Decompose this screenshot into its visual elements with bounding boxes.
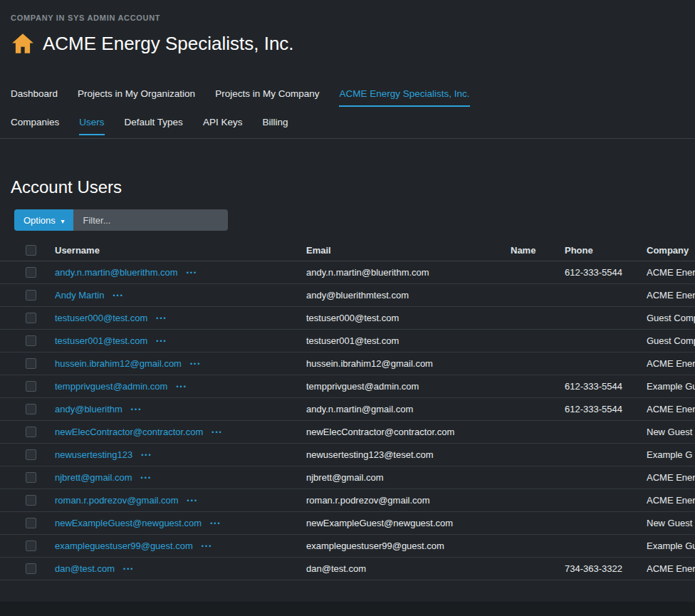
nav-item-billing[interactable]: Billing [262, 117, 288, 135]
row-actions-menu-icon[interactable]: ••• [123, 565, 134, 573]
row-actions-menu-icon[interactable]: ••• [210, 520, 221, 527]
email-cell: njbrett@gmail.com [306, 472, 511, 483]
row-actions-menu-icon[interactable]: ••• [190, 360, 201, 367]
username-link[interactable]: hussein.ibrahim12@gmail.com [55, 358, 182, 369]
table-row: andy@bluerithm ••• andy.n.martin@gmail.c… [0, 398, 695, 421]
account-context-label: COMPANY IN SYS ADMIN ACCOUNT [11, 14, 684, 22]
row-actions-menu-icon[interactable]: ••• [211, 429, 222, 436]
row-actions-menu-icon[interactable]: ••• [187, 497, 198, 504]
nav-item-api-keys[interactable]: API Keys [203, 117, 243, 135]
nav-item-users[interactable]: Users [79, 117, 104, 135]
company-cell: ACME Ener [647, 472, 695, 483]
row-checkbox[interactable] [26, 449, 36, 460]
table-row: newElecContractor@contractor.com ••• new… [0, 421, 695, 444]
nav-item-label: API Keys [203, 117, 243, 127]
table-row: andy.n.martin@bluerithm.com ••• andy.n.m… [0, 261, 695, 284]
row-actions-menu-icon[interactable]: ••• [141, 474, 152, 481]
username-link[interactable]: newElecContractor@contractor.com [55, 427, 203, 437]
email-cell: exampleguestuser99@guest.com [306, 541, 511, 551]
row-actions-menu-icon[interactable]: ••• [156, 315, 167, 322]
table-toolbar: Options ▾ [14, 209, 228, 231]
username-link[interactable]: andy@bluerithm [55, 404, 122, 414]
column-header-company: Company [647, 245, 695, 256]
username-link[interactable]: testuser001@test.com [55, 335, 147, 346]
username-link[interactable]: newExampleGuest@newguest.com [55, 518, 202, 528]
company-cell: ACME Ener [647, 495, 695, 506]
column-header-name: Name [511, 245, 565, 256]
table-row: exampleguestuser99@guest.com ••• example… [0, 535, 695, 558]
company-cell: ACME Ener [647, 404, 695, 414]
row-actions-menu-icon[interactable]: ••• [187, 269, 197, 276]
row-checkbox[interactable] [26, 472, 36, 483]
row-checkbox[interactable] [26, 381, 36, 392]
row-checkbox[interactable] [26, 313, 36, 323]
company-cell: ACME Ener [647, 267, 695, 278]
nav-item-label: ACME Energy Specialists, Inc. [339, 88, 469, 99]
company-cell: New Guest [647, 427, 695, 437]
table-row: njbrett@gmail.com ••• njbrett@gmail.com … [0, 466, 695, 489]
username-link[interactable]: andy.n.martin@bluerithm.com [55, 267, 178, 278]
company-cell: Example G [647, 449, 695, 460]
table-row: testuser001@test.com ••• testuser001@tes… [0, 330, 695, 353]
email-cell: roman.r.podrezov@gmail.com [306, 495, 511, 506]
row-actions-menu-icon[interactable]: ••• [156, 338, 167, 345]
phone-cell: 612-333-5544 [565, 267, 647, 278]
company-cell: Example Gu [647, 541, 695, 551]
row-checkbox[interactable] [26, 358, 36, 369]
row-checkbox[interactable] [26, 495, 36, 506]
username-link[interactable]: njbrett@gmail.com [55, 472, 132, 483]
table-header-row: Username Email Name Phone Company [0, 240, 695, 261]
table-row: Andy Martin ••• andy@bluerithmtest.com A… [0, 284, 695, 307]
row-actions-menu-icon[interactable]: ••• [131, 406, 142, 413]
table-row: hussein.ibrahim12@gmail.com ••• hussein.… [0, 353, 695, 375]
secondary-nav: Companies Users Default Types API Keys B… [11, 117, 684, 135]
company-cell: Guest Comp [647, 335, 695, 346]
row-actions-menu-icon[interactable]: ••• [113, 292, 123, 299]
email-cell: andy@bluerithmtest.com [306, 290, 511, 301]
select-all-checkbox[interactable] [26, 245, 36, 256]
filter-input[interactable] [73, 209, 228, 231]
username-link[interactable]: exampleguestuser99@guest.com [55, 541, 193, 551]
row-actions-menu-icon[interactable]: ••• [141, 451, 152, 459]
row-checkbox[interactable] [26, 267, 36, 278]
row-checkbox[interactable] [26, 518, 36, 528]
nav-item-label: Billing [262, 117, 288, 127]
username-link[interactable]: roman.r.podrezov@gmail.com [55, 495, 179, 506]
table-row: testuser000@test.com ••• testuser000@tes… [0, 307, 695, 330]
row-checkbox[interactable] [26, 541, 36, 551]
table-row: roman.r.podrezov@gmail.com ••• roman.r.p… [0, 489, 695, 512]
phone-cell: 612-333-5544 [565, 404, 647, 414]
company-cell: ACME Ener [647, 563, 695, 574]
row-checkbox[interactable] [26, 404, 36, 414]
nav-item-projects-in-my-organization[interactable]: Projects in My Organization [78, 88, 195, 107]
home-icon[interactable] [11, 31, 35, 56]
username-link[interactable]: dan@test.com [55, 563, 115, 574]
company-cell: Example Gu [647, 381, 695, 392]
username-link[interactable]: Andy Martin [55, 290, 104, 301]
row-checkbox[interactable] [26, 290, 36, 301]
options-button[interactable]: Options ▾ [14, 209, 73, 231]
nav-item-default-types[interactable]: Default Types [125, 117, 183, 135]
nav-item-dashboard[interactable]: Dashboard [11, 88, 58, 107]
nav-item-companies[interactable]: Companies [11, 117, 59, 135]
company-cell: Guest Comp [647, 313, 695, 323]
row-actions-menu-icon[interactable]: ••• [176, 383, 187, 390]
nav-item-acme-energy-specialists-inc[interactable]: ACME Energy Specialists, Inc. [339, 88, 469, 107]
nav-item-label: Projects in My Company [215, 88, 319, 99]
options-button-label: Options [23, 215, 56, 226]
nav-item-label: Users [79, 117, 104, 127]
page-title: ACME Energy Specialists, Inc. [43, 33, 294, 55]
row-actions-menu-icon[interactable]: ••• [202, 543, 212, 550]
username-link[interactable]: newusertesting123 [55, 449, 132, 460]
username-link[interactable]: tempprivguest@admin.com [55, 381, 167, 392]
nav-item-projects-in-my-company[interactable]: Projects in My Company [215, 88, 319, 107]
column-header-phone: Phone [565, 245, 647, 256]
caret-down-icon: ▾ [61, 217, 64, 225]
username-link[interactable]: testuser000@test.com [55, 313, 147, 323]
row-checkbox[interactable] [26, 563, 36, 574]
company-cell: ACME Ener [647, 290, 695, 301]
email-cell: newusertesting123@teset.com [306, 449, 511, 460]
row-checkbox[interactable] [26, 427, 36, 437]
email-cell: testuser000@test.com [306, 313, 511, 323]
row-checkbox[interactable] [26, 335, 36, 346]
